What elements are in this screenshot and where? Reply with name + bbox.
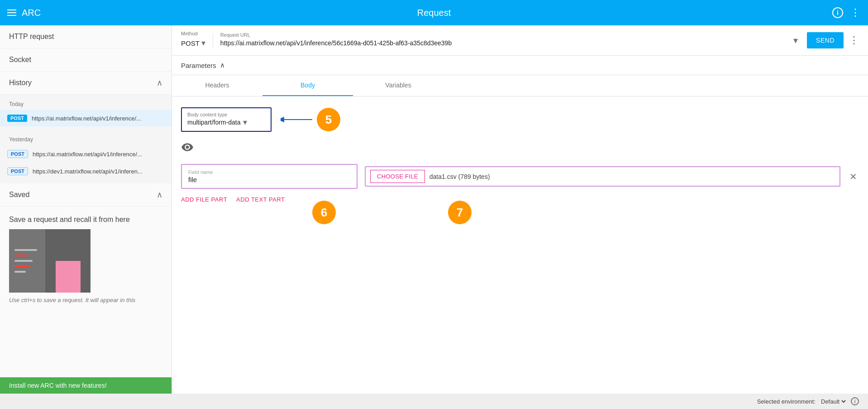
sidebar-item-http-request[interactable]: HTTP request — [0, 25, 172, 48]
file-name: data1.csv (789 bytes) — [429, 173, 490, 180]
history-yesterday-section: Yesterday POST https://ai.matrixflow.net… — [0, 130, 172, 183]
main-layout: HTTP request Socket History ∧ Today POST… — [0, 25, 868, 394]
line — [14, 260, 33, 262]
top-bar-icons: i ⋮ — [832, 7, 861, 19]
info-icon[interactable]: i — [832, 7, 843, 18]
tab-headers[interactable]: Headers — [172, 75, 262, 96]
page-title: Request — [417, 8, 451, 18]
url-more-icon[interactable]: ⋮ — [849, 34, 859, 46]
eye-icon-row — [181, 141, 859, 155]
history-item[interactable]: POST https://ai.matrixflow.net/api/v1/in… — [0, 110, 172, 126]
bottom-bar-install[interactable]: Install new ARC with new features! — [0, 377, 172, 394]
line — [14, 255, 28, 256]
top-bar: ARC Request i ⋮ — [0, 0, 868, 25]
saved-label: Saved — [9, 191, 29, 199]
saved-illustration — [9, 229, 91, 293]
parameters-label: Parameters — [181, 62, 216, 69]
add-parts-area: ADD FILE PART ADD TEXT PART 6 7 — [181, 196, 859, 203]
history-url: https://ai.matrixflow.net/api/v1/inferen… — [32, 115, 141, 122]
url-input[interactable] — [220, 38, 784, 48]
app-name: ARC — [22, 8, 41, 18]
content-type-value: multipart/form-data — [187, 119, 240, 126]
content-type-inner: Body content type multipart/form-data ▾ — [187, 112, 247, 127]
badge-6: 6 — [312, 201, 336, 224]
method-value: POST — [181, 39, 200, 47]
yesterday-label: Yesterday — [0, 134, 172, 145]
field-value: file — [188, 176, 350, 183]
doc-icon — [56, 261, 81, 293]
choose-file-button[interactable]: CHOOSE FILE — [370, 170, 425, 183]
badge-7: 7 — [448, 201, 472, 224]
add-file-part-link[interactable]: ADD FILE PART — [181, 196, 227, 203]
today-label: Today — [0, 98, 172, 110]
history-chevron: ∧ — [157, 78, 162, 88]
history-url: https://dev1.matrixflow.net/api/v1/infer… — [33, 168, 143, 175]
method-section: Method POST ▾ — [181, 31, 205, 50]
saved-empty-area: Save a request and recall it from here U… — [0, 207, 172, 308]
add-text-part-link[interactable]: ADD TEXT PART — [236, 196, 285, 203]
sidebar: HTTP request Socket History ∧ Today POST… — [0, 25, 172, 394]
method-label: Method — [181, 31, 205, 36]
form-row: Field name file CHOOSE FILE data1.csv (7… — [181, 164, 859, 189]
content-type-label: Body content type — [187, 112, 247, 117]
method-badge-post: POST — [7, 115, 27, 122]
status-info-icon[interactable]: i — [851, 397, 859, 405]
close-button[interactable]: ✕ — [848, 169, 859, 184]
method-select[interactable]: POST ▾ — [181, 36, 205, 50]
line — [14, 271, 26, 273]
status-bar: Selected environment: Default i — [0, 394, 868, 409]
saved-image-left — [9, 229, 45, 293]
tabs-bar: Headers Body Variables — [172, 75, 868, 96]
add-parts-row: ADD FILE PART ADD TEXT PART — [181, 196, 859, 203]
environment-label: Selected environment: — [757, 398, 816, 405]
url-dropdown-btn[interactable]: ▾ — [790, 35, 801, 46]
environment-select[interactable]: Default — [819, 398, 847, 405]
history-today-section: Today POST https://ai.matrixflow.net/api… — [0, 95, 172, 130]
url-field-wrap: Request URL — [220, 32, 784, 48]
more-icon[interactable]: ⋮ — [850, 7, 861, 19]
method-dropdown-icon: ▾ — [201, 38, 205, 48]
arrow-annotation-5: 5 — [281, 108, 340, 131]
url-label: Request URL — [220, 32, 784, 38]
url-bar: Method POST ▾ Request URL ▾ SEND ⋮ — [172, 25, 868, 56]
method-badge-post: POST — [7, 167, 28, 175]
saved-hint: Use ctrl+s to save a request. It will ap… — [9, 296, 162, 304]
line — [14, 249, 37, 251]
send-button[interactable]: SEND — [807, 32, 844, 48]
content-type-dropdown-icon: ▾ — [243, 117, 247, 127]
menu-icon[interactable] — [7, 10, 16, 16]
saved-image-right — [45, 261, 91, 293]
eye-icon[interactable] — [181, 141, 194, 154]
file-chooser-box: CHOOSE FILE data1.csv (789 bytes) — [365, 166, 840, 187]
field-name-box[interactable]: Field name file — [181, 164, 358, 189]
arrow-svg-5 — [281, 114, 317, 125]
parameters-header[interactable]: Parameters ∧ — [172, 56, 868, 75]
history-label: History — [9, 79, 32, 87]
history-item[interactable]: POST https://ai.matrixflow.net/api/v1/in… — [0, 145, 172, 163]
content-type-box[interactable]: Body content type multipart/form-data ▾ — [181, 107, 272, 132]
line — [14, 265, 30, 267]
body-content: Body content type multipart/form-data ▾ — [172, 96, 868, 394]
form-area: Field name file CHOOSE FILE data1.csv (7… — [181, 164, 859, 203]
saved-empty-title: Save a request and recall it from here — [9, 216, 162, 224]
history-url: https://ai.matrixflow.net/api/v1/inferen… — [33, 151, 142, 158]
sidebar-history-header[interactable]: History ∧ — [0, 72, 172, 95]
tab-body[interactable]: Body — [262, 75, 353, 96]
badge-5: 5 — [317, 108, 340, 131]
parameters-chevron: ∧ — [220, 61, 225, 69]
history-item[interactable]: POST https://dev1.matrixflow.net/api/v1/… — [0, 163, 172, 180]
tab-variables[interactable]: Variables — [353, 75, 444, 96]
divider — [213, 34, 213, 47]
sidebar-item-socket[interactable]: Socket — [0, 48, 172, 72]
field-label: Field name — [188, 169, 350, 175]
saved-chevron: ∧ — [157, 190, 162, 200]
sidebar-saved-header[interactable]: Saved ∧ — [0, 183, 172, 207]
method-badge-post: POST — [7, 150, 28, 158]
content-type-row: Body content type multipart/form-data ▾ — [181, 107, 859, 132]
content-area: Method POST ▾ Request URL ▾ SEND ⋮ Param… — [172, 25, 868, 394]
